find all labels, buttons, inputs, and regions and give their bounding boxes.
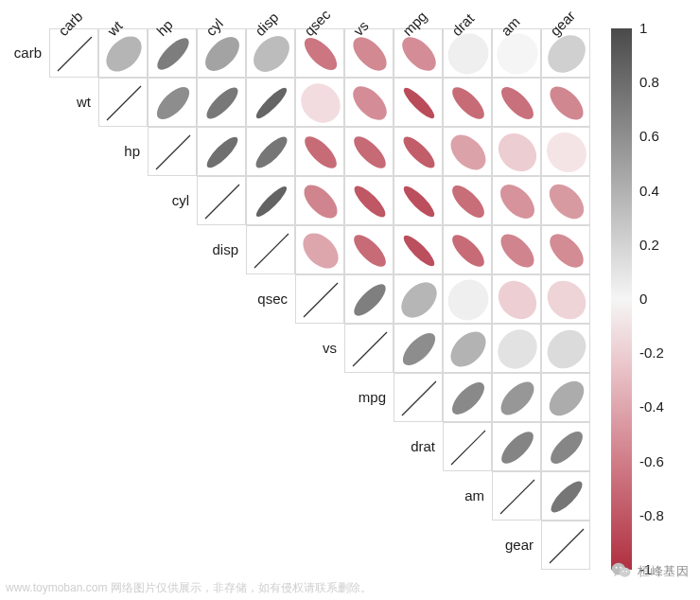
corr-cell: [344, 176, 394, 225]
svg-line-30: [205, 185, 239, 219]
corr-cell: [394, 127, 443, 176]
svg-point-52: [397, 327, 440, 370]
svg-point-17: [400, 84, 438, 122]
svg-point-46: [349, 279, 390, 320]
svg-point-16: [347, 80, 393, 126]
corr-cell: [148, 78, 197, 127]
corr-cell: [197, 176, 246, 225]
corr-cell: [492, 28, 541, 78]
row-label: am: [439, 487, 484, 503]
row-label: hp: [95, 143, 140, 159]
svg-point-5: [299, 32, 341, 75]
row-label: vs: [291, 340, 337, 356]
svg-point-55: [542, 325, 590, 373]
colorbar-tick: -0.6: [639, 453, 664, 469]
corr-cell: [541, 127, 590, 176]
colorbar-tick: -0.8: [639, 507, 664, 523]
svg-point-23: [252, 132, 291, 172]
svg-point-7: [396, 31, 442, 77]
row-label: disp: [193, 241, 238, 257]
corr-cell: [443, 373, 492, 422]
corr-cell: [49, 28, 98, 78]
corr-cell: [246, 127, 295, 176]
corr-cell: [394, 78, 443, 127]
svg-line-65: [550, 529, 584, 563]
svg-point-54: [493, 325, 541, 373]
page-root: 10.80.60.40.20-0.2-0.4-0.6-0.8-1 桓峰基因 ww…: [0, 0, 700, 600]
corr-cell: [295, 28, 344, 78]
corr-cell: [394, 176, 443, 225]
corr-cell: [492, 422, 541, 471]
svg-point-69: [620, 567, 621, 569]
svg-point-42: [447, 230, 489, 272]
corr-cell: [344, 225, 394, 274]
row-label: gear: [488, 537, 534, 553]
corr-cell: [492, 274, 541, 324]
corr-cell: [344, 127, 394, 176]
colorbar-tick: 0: [639, 291, 647, 307]
svg-point-67: [620, 568, 631, 577]
svg-point-44: [544, 228, 589, 274]
corr-cell: [492, 78, 541, 127]
svg-point-59: [543, 375, 590, 422]
corr-cell: [197, 28, 246, 78]
svg-point-22: [203, 133, 242, 172]
svg-point-39: [296, 226, 344, 274]
corr-cell: [443, 78, 492, 127]
colorbar-tick: -0.2: [639, 344, 664, 361]
corr-cell: [246, 78, 295, 127]
corr-cell: [295, 225, 344, 274]
svg-point-20: [544, 80, 589, 126]
svg-line-38: [254, 234, 289, 268]
corr-cell: [295, 274, 344, 324]
corr-cell: [394, 373, 443, 422]
svg-point-26: [399, 132, 439, 172]
svg-line-45: [304, 283, 338, 317]
svg-point-28: [493, 128, 541, 176]
corr-cell: [295, 127, 344, 176]
svg-point-6: [347, 31, 393, 77]
svg-point-33: [350, 182, 389, 221]
corr-cell: [394, 274, 443, 324]
svg-point-43: [495, 228, 539, 273]
corr-cell: [492, 176, 541, 225]
svg-point-61: [497, 427, 538, 468]
svg-point-29: [542, 128, 590, 176]
svg-point-40: [349, 230, 391, 272]
svg-point-35: [447, 181, 489, 222]
corr-cell: [394, 324, 443, 373]
corr-cell: [295, 78, 344, 127]
corr-cell: [492, 225, 541, 274]
corr-cell: [541, 373, 590, 422]
svg-point-25: [349, 132, 391, 173]
colorbar-tick: -0.4: [639, 398, 664, 415]
corr-cell: [246, 176, 295, 225]
svg-point-49: [493, 275, 541, 324]
corr-cell: [541, 521, 590, 570]
corr-cell: [541, 176, 590, 225]
svg-point-8: [444, 29, 492, 78]
svg-point-70: [622, 571, 624, 573]
corr-cell: [148, 127, 197, 176]
footer-text: www.toymoban.com 网络图片仅供展示，非存储，如有侵权请联系删除。: [6, 580, 372, 596]
corr-cell: [541, 274, 590, 324]
corr-cell: [246, 28, 295, 78]
watermark-text: 桓峰基因: [638, 563, 689, 580]
svg-point-10: [542, 29, 590, 78]
row-label: mpg: [341, 389, 386, 405]
svg-point-36: [494, 178, 540, 224]
colorbar-tick: 0.2: [639, 237, 659, 253]
corr-cell: [394, 225, 443, 274]
svg-line-21: [156, 135, 190, 169]
corr-cell: [492, 127, 541, 176]
corr-cell: [98, 78, 148, 127]
svg-point-24: [300, 132, 341, 173]
svg-point-37: [543, 178, 590, 225]
correlation-matrix-plot: [49, 28, 590, 570]
corr-cell: [344, 28, 394, 78]
svg-point-32: [298, 179, 342, 223]
corr-cell: [344, 324, 394, 373]
corr-cell: [492, 373, 541, 422]
svg-line-63: [500, 480, 534, 514]
svg-line-11: [107, 86, 141, 120]
